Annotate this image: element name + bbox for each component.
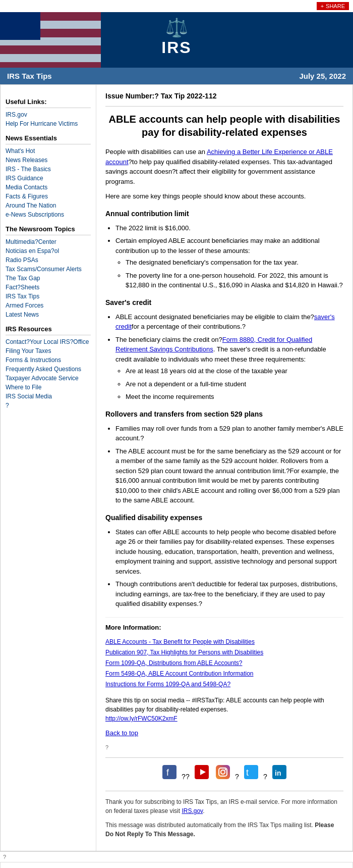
- rollovers-item-1: Families may roll over funds from a 529 …: [115, 424, 343, 443]
- sidebar-item-irsguidance[interactable]: IRS Guidance: [6, 175, 91, 182]
- sidebar-item-armedforces[interactable]: Armed Forces: [6, 302, 91, 309]
- sidebar-item-irsgov[interactable]: IRS.gov: [6, 111, 91, 118]
- savers-item-1: ABLE account designated beneficiaries ma…: [115, 312, 343, 332]
- sidebar-item-newsreleases[interactable]: News Releases: [6, 157, 91, 164]
- youtube-icon[interactable]: [195, 765, 209, 784]
- facebook-icon[interactable]: f: [162, 765, 177, 784]
- qualified-expenses-heading: Qualified disability expenses: [105, 513, 343, 523]
- intro-paragraph: People with disabilities can use an Achi…: [105, 147, 343, 186]
- sidebar-item-mediacontacts[interactable]: Media Contacts: [6, 184, 91, 191]
- sidebar-item-whatshot[interactable]: What's Hot: [6, 147, 91, 155]
- contribution-item-1: The 2022 limit is $16,000.: [115, 223, 343, 233]
- annual-contribution-heading: Annual contribution limit: [105, 209, 343, 219]
- sidebar-item-socialmedia[interactable]: IRS Social Media: [6, 393, 91, 400]
- footer-note-1: Thank you for subscribing to IRS Tax Tip…: [105, 797, 343, 815]
- contribution-item-2: Certain employed ABLE account beneficiar…: [115, 236, 343, 290]
- savers-credit-heading: Saver's credit: [105, 297, 343, 308]
- article-body: People with disabilities can use an Achi…: [105, 147, 343, 839]
- savers-credit-list: ABLE account designated beneficiaries ma…: [115, 312, 343, 402]
- svg-rect-4: [216, 765, 230, 779]
- contribution-sublist: The designated beneficiary's compensatio…: [126, 258, 343, 290]
- sidebar-item-taxguide[interactable]: IRS Tax Tips: [6, 293, 91, 300]
- sidebar-item-localoffice[interactable]: Contact?Your Local IRS?Office: [6, 338, 91, 345]
- sidebar-item-factsfigures[interactable]: Facts & Figures: [6, 193, 91, 200]
- sidebar-item-filingtaxes[interactable]: Filing Your Taxes: [6, 347, 91, 354]
- header: ⚖️ IRS: [0, 12, 353, 68]
- article-content: Issue Number:? Tax Tip 2022-112 ABLE acc…: [96, 85, 352, 851]
- irs-brand-text: IRS: [161, 38, 191, 57]
- sidebar-item-misc[interactable]: ?: [6, 402, 91, 409]
- intro-paragraph-2: Here are some key things people should k…: [105, 191, 343, 201]
- share-bar: + SHARE: [0, 0, 353, 12]
- rollovers-list: Families may roll over funds from a 529 …: [115, 424, 343, 505]
- annual-contribution-list: The 2022 limit is $16,000. Certain emplo…: [115, 223, 343, 290]
- more-info-link-2[interactable]: Publication 907, Tax Highlights for Pers…: [105, 648, 343, 657]
- sidebar-item-enews[interactable]: e-News Subscriptions: [6, 211, 91, 218]
- sidebar-item-wheretofile[interactable]: Where to File: [6, 384, 91, 391]
- sidebar-item-hurricane[interactable]: Help For Hurricane Victims: [6, 120, 91, 127]
- qualified-expenses-list: States can offer ABLE accounts to help p…: [115, 527, 343, 609]
- sidebar-item-taxscams[interactable]: Tax Scams/Consumer Alerts: [6, 266, 91, 273]
- sidebar-item-latestnews[interactable]: Latest News: [6, 311, 91, 318]
- more-info-heading: More Information:: [105, 623, 343, 633]
- sidebar-item-multimedia[interactable]: Multimedia?Center: [6, 238, 91, 245]
- svg-text:t: t: [246, 768, 249, 778]
- newsletter-title: IRS Tax Tips: [7, 72, 52, 80]
- outer-question-1: ?: [0, 851, 353, 862]
- savers-item-2: The beneficiary claims the credit on?For…: [115, 335, 343, 402]
- footer-note-2: This message was distributed automatical…: [105, 821, 343, 839]
- sidebar-item-irsbasics[interactable]: IRS - The Basics: [6, 166, 91, 173]
- back-to-top-link[interactable]: Back to top: [105, 728, 343, 738]
- irs-resources-heading: IRS Resources: [6, 325, 91, 335]
- sidebar-item-taxpayeradvocate[interactable]: Taxpayer Advocate Service: [6, 375, 91, 382]
- social-unknown-3: ?: [263, 773, 267, 781]
- savers-sub-1: Are at least 18 years old at the close o…: [126, 366, 343, 376]
- sidebar-item-forms[interactable]: Forms & Instructions: [6, 356, 91, 364]
- sidebar-item-factsheets[interactable]: Fact?Sheets: [6, 284, 91, 291]
- article-title: ABLE accounts can help people with disab…: [105, 113, 343, 139]
- savers-sublist: Are at least 18 years old at the close o…: [126, 366, 343, 402]
- question-mark: ?: [105, 743, 343, 752]
- sidebar-item-noticias[interactable]: Noticias en Espa?ol: [6, 247, 91, 254]
- svg-point-7: [224, 769, 226, 771]
- subscription-section: Update your subscriptions, modify your p…: [0, 862, 353, 868]
- contribution-sub-2: The poverty line for a one-person househ…: [126, 271, 343, 290]
- sidebar-item-radio[interactable]: Radio PSAs: [6, 257, 91, 264]
- qualified-item-1: States can offer ABLE accounts to help p…: [115, 527, 343, 577]
- more-info-link-5[interactable]: Instructions for Forms 1099-QA and 5498-…: [105, 680, 343, 689]
- sidebar: Useful Links: IRS.gov Help For Hurricane…: [1, 85, 96, 851]
- main-container: Useful Links: IRS.gov Help For Hurricane…: [0, 84, 353, 851]
- more-info-section: More Information: ABLE Accounts - Tax Be…: [105, 617, 343, 689]
- news-essentials-heading: News Essentials: [6, 134, 91, 144]
- qualified-item-2: Though contributions aren't deductible f…: [115, 579, 343, 609]
- sidebar-item-faq[interactable]: Frequently Asked Questions: [6, 366, 91, 373]
- savers-sub-3: Meet the income requirements: [126, 392, 343, 402]
- irs-seal-icon: ⚖️: [161, 17, 191, 38]
- social-share-link[interactable]: http://ow.ly/rFWC50K2xmF: [105, 715, 178, 722]
- rollovers-heading: Rollovers and transfers from section 529…: [105, 409, 343, 420]
- newsroom-topics-heading: The Newsroom Topics: [6, 225, 91, 235]
- share-button[interactable]: + SHARE: [317, 2, 349, 10]
- sidebar-item-taxgap[interactable]: The Tax Gap: [6, 275, 91, 282]
- more-info-link-4[interactable]: Form 5498-QA, ABLE Account Contribution …: [105, 669, 343, 678]
- intro-text-post: ?to help pay qualified disability-relate…: [105, 158, 332, 185]
- irs-logo: ⚖️ IRS: [161, 17, 191, 57]
- share-icon: +: [321, 3, 324, 9]
- sidebar-item-aroundnation[interactable]: Around The Nation: [6, 202, 91, 209]
- newsletter-date: July 25, 2022: [299, 72, 346, 80]
- social-share-text: Share this tip on social media -- #IRSTa…: [105, 696, 343, 723]
- more-info-link-3[interactable]: Form 1099-QA, Distributions from ABLE Ac…: [105, 658, 343, 668]
- social-icons-bar: f ?? ? t ? in: [105, 765, 343, 784]
- linkedin-icon[interactable]: in: [272, 765, 286, 784]
- more-info-link-1[interactable]: ABLE Accounts - Tax Benefit for People w…: [105, 637, 343, 646]
- title-bar: IRS Tax Tips July 25, 2022: [0, 68, 353, 84]
- savers-sub-2: Are not a dependent or a full-time stude…: [126, 379, 343, 389]
- useful-links-heading: Useful Links:: [6, 98, 91, 108]
- svg-text:in: in: [275, 769, 281, 777]
- instagram-icon[interactable]: [216, 765, 230, 784]
- twitter-icon[interactable]: t: [244, 765, 258, 784]
- social-unknown-1: ??: [182, 773, 190, 781]
- irsgov-link[interactable]: IRS.gov: [182, 807, 203, 814]
- social-unknown-2: ?: [235, 773, 239, 781]
- contribution-sub-1: The designated beneficiary's compensatio…: [126, 258, 343, 268]
